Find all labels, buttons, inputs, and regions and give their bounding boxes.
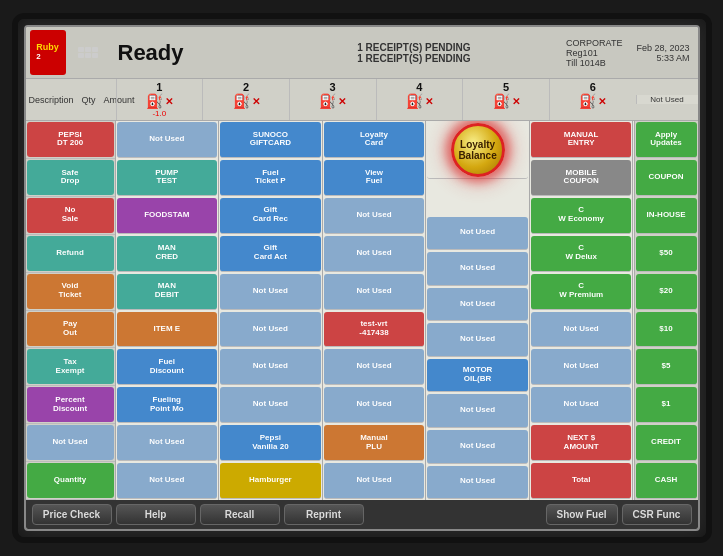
pump-x-5[interactable]: ✕: [512, 96, 520, 107]
grid-col-3: LoyaltyCard ViewFuel Not Used Not Used N…: [323, 121, 427, 500]
pump-col-1: 1 ⛽ ✕ -1.0: [116, 79, 203, 120]
5-button[interactable]: $5: [636, 349, 697, 385]
gc2-r5[interactable]: Not Used: [220, 312, 321, 348]
gc4-r3[interactable]: Not Used: [427, 252, 528, 286]
20-button[interactable]: $20: [636, 274, 697, 310]
gc5-r4[interactable]: CW Premium: [531, 274, 632, 310]
recall-button[interactable]: Recall: [200, 504, 280, 525]
gc2-r2[interactable]: GiftCard Rec: [220, 198, 321, 234]
safe-drop-button[interactable]: SafeDrop: [27, 160, 114, 195]
gc1-r3[interactable]: MANCRED: [117, 236, 218, 272]
cash-button[interactable]: CASH: [636, 463, 697, 499]
1-button[interactable]: $1: [636, 387, 697, 423]
gc5-r9[interactable]: Total: [531, 463, 632, 499]
reprint-button[interactable]: Reprint: [284, 504, 364, 525]
left-not-used-8[interactable]: Not Used: [27, 425, 114, 460]
tax-exempt-button[interactable]: TaxExempt: [27, 349, 114, 384]
gc1-r6[interactable]: FuelDiscount: [117, 349, 218, 385]
gc5-r1[interactable]: MOBILECOUPON: [531, 160, 632, 196]
gc3-r9[interactable]: Not Used: [324, 463, 425, 499]
gc3-r4[interactable]: Not Used: [324, 274, 425, 310]
date: Feb 28, 2023: [636, 43, 689, 53]
apply-updates-button[interactable]: ApplyUpdates: [636, 122, 697, 158]
gc3-r6[interactable]: Not Used: [324, 349, 425, 385]
gc2-r3[interactable]: GiftCard Act: [220, 236, 321, 272]
reg-info: Reg101: [566, 48, 622, 58]
gc1-r2[interactable]: FOODSTAM: [117, 198, 218, 234]
gc3-r8[interactable]: ManualPLU: [324, 425, 425, 461]
gc5-r5[interactable]: Not Used: [531, 312, 632, 348]
pump-col-4: 4 ⛽ ✕: [376, 79, 463, 120]
gc4-r2[interactable]: Not Used: [427, 217, 528, 251]
gc2-r4[interactable]: Not Used: [220, 274, 321, 310]
pepsi-dt-button[interactable]: PEPSIDT 200: [27, 122, 114, 157]
gc3-r7[interactable]: Not Used: [324, 387, 425, 423]
gc5-r2[interactable]: CW Economy: [531, 198, 632, 234]
gc4-r5[interactable]: Not Used: [427, 323, 528, 357]
csr-func-button[interactable]: CSR Func: [622, 504, 692, 525]
in-house-button[interactable]: IN-HOUSE: [636, 198, 697, 234]
loyalty-balance-circle[interactable]: LoyaltyBalance: [451, 123, 505, 177]
void-ticket-button[interactable]: VoidTicket: [27, 274, 114, 309]
gc3-r1[interactable]: ViewFuel: [324, 160, 425, 196]
pump-x-4[interactable]: ✕: [425, 96, 433, 107]
gc1-r4[interactable]: MANDEBIT: [117, 274, 218, 310]
refund-button[interactable]: Refund: [27, 236, 114, 271]
till-info: Till 1014B: [566, 58, 622, 68]
gc4-r8[interactable]: Not Used: [427, 430, 528, 464]
left-row-7: PercentDiscount: [26, 386, 115, 424]
percent-discount-button[interactable]: PercentDiscount: [27, 387, 114, 422]
gc1-r0[interactable]: Not Used: [117, 122, 218, 158]
50-button[interactable]: $50: [636, 236, 697, 272]
date-info: Feb 28, 2023 5:33 AM: [632, 30, 693, 75]
gc4-r7[interactable]: Not Used: [427, 394, 528, 428]
gc2-r8[interactable]: PepsiVanilla 20: [220, 425, 321, 461]
gc2-r0[interactable]: SUNOCOGIFTCARD: [220, 122, 321, 158]
pump-x-2[interactable]: ✕: [252, 96, 260, 107]
left-panel: PEPSIDT 200 SafeDrop NoSale Refund VoidT…: [26, 121, 116, 500]
pump-icon-2: ⛽: [233, 93, 250, 109]
gc5-r7[interactable]: Not Used: [531, 387, 632, 423]
quantity-button[interactable]: Quantity: [27, 463, 114, 498]
10-button[interactable]: $10: [636, 312, 697, 348]
gc1-r1[interactable]: PUMPTEST: [117, 160, 218, 196]
left-row-9: Quantity: [26, 462, 115, 500]
gc2-r7[interactable]: Not Used: [220, 387, 321, 423]
gc3-r0[interactable]: LoyaltyCard: [324, 122, 425, 158]
gc1-r9[interactable]: Not Used: [117, 463, 218, 499]
not-used-header: Not Used: [636, 95, 698, 104]
show-fuel-button[interactable]: Show Fuel: [546, 504, 618, 525]
gc4-r4[interactable]: Not Used: [427, 288, 528, 322]
pump-x-3[interactable]: ✕: [338, 96, 346, 107]
left-row-1: SafeDrop: [26, 159, 115, 197]
pump-val-1: -1.0: [152, 109, 166, 118]
gc2-r9[interactable]: Hamburger: [220, 463, 321, 499]
loyalty-balance-button[interactable]: LoyaltyBalance: [427, 122, 528, 179]
gc4-r9[interactable]: Not Used: [427, 466, 528, 500]
gc5-r3[interactable]: CW Delux: [531, 236, 632, 272]
pay-out-button[interactable]: PayOut: [27, 312, 114, 347]
gc3-r5[interactable]: test-vrt-417438: [324, 312, 425, 348]
gc2-r1[interactable]: FuelTicket P: [220, 160, 321, 196]
gc4-r6[interactable]: MOTOROIL(BR: [427, 359, 528, 393]
price-check-button[interactable]: Price Check: [32, 504, 112, 525]
gc5-r0[interactable]: MANUALENTRY: [531, 122, 632, 158]
gc3-r2[interactable]: Not Used: [324, 198, 425, 234]
help-button[interactable]: Help: [116, 504, 196, 525]
gc1-r5[interactable]: ITEM E: [117, 312, 218, 348]
left-row-0: PEPSIDT 200: [26, 121, 115, 159]
left-row-6: TaxExempt: [26, 348, 115, 386]
gc2-r6[interactable]: Not Used: [220, 349, 321, 385]
pump-columns: 1 ⛽ ✕ -1.0 2 ⛽ ✕ 3: [116, 79, 636, 120]
gc5-r8[interactable]: NEXT $AMOUNT: [531, 425, 632, 461]
credit-button[interactable]: CREDIT: [636, 425, 697, 461]
pump-col-3: 3 ⛽ ✕: [289, 79, 376, 120]
coupon-button[interactable]: COUPON: [636, 160, 697, 196]
gc1-r8[interactable]: Not Used: [117, 425, 218, 461]
pump-x-1[interactable]: ✕: [165, 96, 173, 107]
no-sale-button[interactable]: NoSale: [27, 198, 114, 233]
gc1-r7[interactable]: FuelingPoint Mo: [117, 387, 218, 423]
pump-x-6[interactable]: ✕: [598, 96, 606, 107]
gc5-r6[interactable]: Not Used: [531, 349, 632, 385]
gc3-r3[interactable]: Not Used: [324, 236, 425, 272]
